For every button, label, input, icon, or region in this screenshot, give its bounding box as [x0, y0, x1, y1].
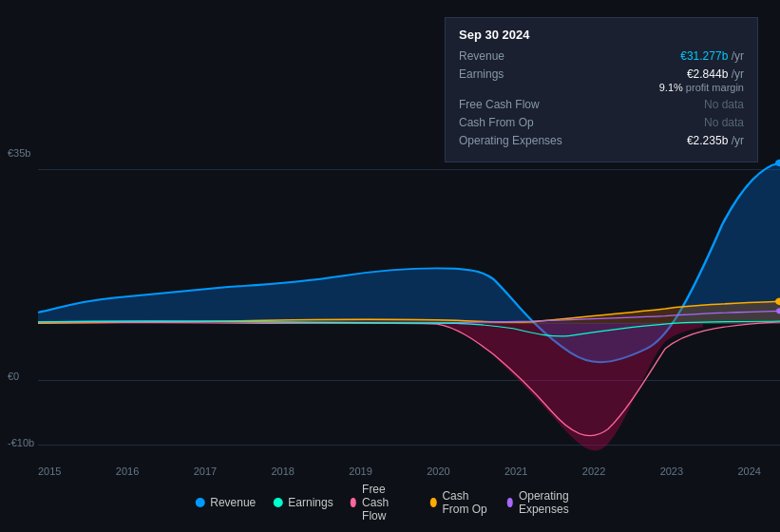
fcf-legend-label: Free Cash Flow — [362, 483, 413, 522]
legend-revenue[interactable]: Revenue — [195, 496, 256, 509]
cashfromop-dot — [430, 498, 436, 507]
x-label-2018: 2018 — [271, 466, 294, 477]
chart-legend: Revenue Earnings Free Cash Flow Cash Fro… — [195, 483, 585, 522]
earnings-dot — [273, 498, 282, 507]
x-label-2015: 2015 — [38, 466, 61, 477]
tooltip-row-cashfromop: Cash From Op No data — [459, 116, 744, 129]
opex-dot — [507, 498, 513, 507]
cashfromop-label: Cash From Op — [459, 116, 563, 129]
tooltip-row-opex: Operating Expenses €2.235b /yr — [459, 134, 744, 147]
opex-label: Operating Expenses — [459, 134, 563, 147]
tooltip-row-earnings: Earnings €2.844b /yr 9.1% profit margin — [459, 67, 744, 93]
opex-legend-label: Operating Expenses — [519, 489, 585, 516]
x-axis: 2015 2016 2017 2018 2019 2020 2021 2022 … — [38, 466, 780, 477]
x-label-2016: 2016 — [116, 466, 139, 477]
revenue-label: Revenue — [459, 49, 563, 63]
x-label-2019: 2019 — [349, 466, 371, 477]
profit-margin: 9.1% profit margin — [659, 82, 744, 93]
earnings-value: €2.844b /yr — [659, 67, 744, 81]
earnings-legend-label: Earnings — [288, 496, 333, 509]
fcf-dot — [351, 498, 356, 507]
fcf-value: No data — [704, 98, 744, 111]
revenue-legend-label: Revenue — [210, 496, 256, 509]
legend-opex[interactable]: Operating Expenses — [507, 489, 585, 516]
opex-value: €2.235b /yr — [687, 134, 744, 147]
x-label-2020: 2020 — [427, 466, 449, 477]
legend-cashfromop[interactable]: Cash From Op — [430, 489, 489, 516]
x-label-2017: 2017 — [194, 466, 217, 477]
x-label-2024: 2024 — [737, 466, 760, 477]
legend-fcf[interactable]: Free Cash Flow — [351, 483, 413, 522]
tooltip-date: Sep 30 2024 — [459, 28, 744, 42]
x-label-2021: 2021 — [504, 466, 527, 477]
revenue-dot — [195, 498, 204, 507]
x-label-2022: 2022 — [582, 466, 605, 477]
tooltip-row-fcf: Free Cash Flow No data — [459, 98, 744, 111]
legend-earnings[interactable]: Earnings — [273, 496, 333, 509]
x-label-2023: 2023 — [660, 466, 683, 477]
cashfromop-value: No data — [704, 116, 744, 129]
tooltip-panel: Sep 30 2024 Revenue €31.277b /yr Earning… — [445, 17, 758, 162]
tooltip-row-revenue: Revenue €31.277b /yr — [459, 49, 744, 63]
fcf-label: Free Cash Flow — [459, 98, 563, 111]
revenue-value: €31.277b /yr — [680, 49, 744, 63]
cashfromop-legend-label: Cash From Op — [442, 489, 489, 516]
earnings-label: Earnings — [459, 67, 563, 81]
chart-svg — [0, 152, 780, 466]
